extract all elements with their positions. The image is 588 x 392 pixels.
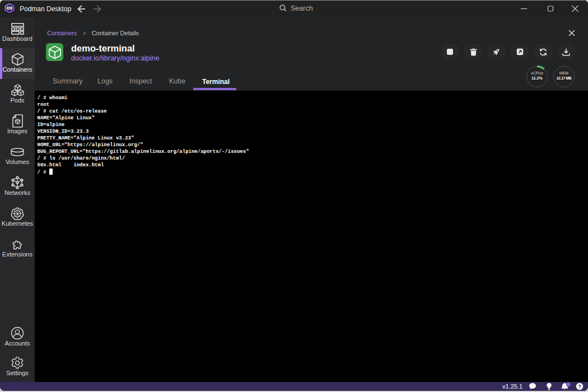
svg-text:?: ? xyxy=(578,384,581,389)
